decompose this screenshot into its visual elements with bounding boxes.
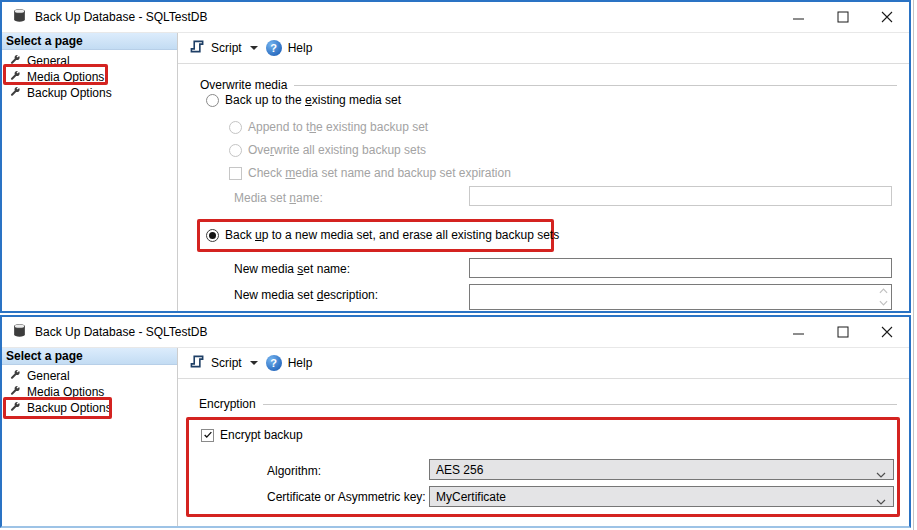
checkbox-label: Encrypt backup [220,428,303,442]
wrench-icon [9,54,21,69]
new-media-set-name-label: New media set name: [234,262,350,276]
database-icon [12,8,27,26]
sidebar-header: Select a page [2,348,177,365]
maximize-button[interactable] [821,2,865,32]
help-label: Help [288,356,313,370]
sidebar-item-media-options[interactable]: Media Options [2,384,177,400]
sidebar-header: Select a page [2,33,177,50]
sidebar-item-label: Media Options [27,70,104,84]
algorithm-dropdown-value: AES 256 [436,463,483,477]
sidebar-item-backup-options[interactable]: Backup Options [2,400,177,416]
radio-label: Back up to a new media set, and erase al… [225,228,559,242]
page-panel: Script ? Help Overwrite media Back up to… [178,33,909,311]
screenshot-edge-line [913,0,914,530]
window-title: Back Up Database - SQLTestDB [35,10,208,24]
checkbox-check-media-set-name: Check media set name and backup set expi… [229,166,511,180]
media-set-name-label: Media set name: [234,191,323,205]
textarea-scrollbar[interactable] [876,286,890,308]
titlebar: Back Up Database - SQLTestDB [2,317,909,348]
checkbox-encrypt-backup[interactable]: Encrypt backup [201,428,303,442]
group-title: Overwrite media [200,78,287,92]
close-button[interactable] [865,317,909,347]
checkbox-icon [229,167,242,180]
wrench-icon [9,369,21,384]
sidebar-item-label: Backup Options [27,401,112,415]
sidebar-item-label: General [27,54,70,68]
toolbar: Script ? Help [178,33,909,64]
toolbar: Script ? Help [178,348,909,379]
select-a-page-sidebar: Select a page General Media Options Back… [2,348,178,526]
certificate-label: Certificate or Asymmetric key: [267,490,426,504]
page-panel: Script ? Help Encryption E [178,348,909,526]
script-dropdown-caret[interactable] [250,361,258,369]
group-divider-line [294,85,897,86]
close-button[interactable] [865,2,909,32]
titlebar: Back Up Database - SQLTestDB [2,2,909,33]
certificate-dropdown-value: MyCertificate [436,490,506,504]
checkbox-icon-checked [201,429,214,442]
radio-overwrite-existing-backup-sets: Overwrite all existing backup sets [229,143,426,157]
encryption-group-header: Encryption [199,397,897,411]
backup-options-page: Encryption Encrypt backup Algorithm: AES… [178,379,909,526]
chevron-down-icon [876,467,886,481]
help-icon: ? [266,355,282,371]
backup-database-dialog-media-options: Back Up Database - SQLTestDB Select a pa… [0,0,911,313]
help-button[interactable]: ? Help [266,355,313,371]
group-divider-line [263,404,897,405]
overwrite-media-group-header: Overwrite media [200,78,897,92]
backup-database-dialog-backup-options: Back Up Database - SQLTestDB Select a pa… [0,315,911,528]
radio-append-existing-backup-set: Append to the existing backup set [229,120,428,134]
chevron-down-icon [876,494,886,508]
minimize-button[interactable] [777,317,821,347]
radio-icon-selected [206,229,219,242]
window-title: Back Up Database - SQLTestDB [35,325,208,339]
radio-backup-existing-media-set[interactable]: Back up to the existing media set [206,93,401,107]
radio-icon [229,144,242,157]
new-media-set-name-input[interactable] [469,258,892,278]
script-label: Script [211,356,242,370]
script-button[interactable]: Script [190,39,242,57]
script-dropdown-caret[interactable] [250,46,258,54]
sidebar-item-label: Media Options [27,385,104,399]
maximize-button[interactable] [821,317,865,347]
radio-label: Append to the existing backup set [248,120,428,134]
group-title: Encryption [199,397,256,411]
new-media-set-description-textarea[interactable] [469,284,892,310]
scroll-down-icon [879,300,888,306]
radio-label: Overwrite all existing backup sets [248,143,426,157]
radio-backup-new-media-set[interactable]: Back up to a new media set, and erase al… [206,228,559,242]
certificate-dropdown[interactable]: MyCertificate [429,486,894,507]
sidebar-item-general[interactable]: General [2,368,177,384]
script-icon [190,39,205,57]
media-set-name-input [469,186,892,206]
help-icon: ? [266,40,282,56]
wrench-icon [9,70,21,85]
wrench-icon [9,401,21,416]
radio-icon [206,94,219,107]
media-options-page: Overwrite media Back up to the existing … [178,64,909,311]
script-button[interactable]: Script [190,354,242,372]
sidebar-item-label: General [27,369,70,383]
sidebar-item-general[interactable]: General [2,53,177,69]
help-label: Help [288,41,313,55]
minimize-button[interactable] [777,2,821,32]
scroll-up-icon [879,288,888,294]
sidebar-item-backup-options[interactable]: Backup Options [2,85,177,101]
checkbox-label: Check media set name and backup set expi… [248,166,511,180]
new-media-set-description-label: New media set description: [234,288,378,302]
database-icon [12,323,27,341]
algorithm-label: Algorithm: [267,464,321,478]
sidebar-item-label: Backup Options [27,86,112,100]
radio-icon [229,121,242,134]
select-a-page-sidebar: Select a page General Media Options Back… [2,33,178,311]
script-label: Script [211,41,242,55]
sidebar-item-media-options[interactable]: Media Options [2,69,177,85]
wrench-icon [9,86,21,101]
algorithm-dropdown[interactable]: AES 256 [429,459,894,480]
script-icon [190,354,205,372]
wrench-icon [9,385,21,400]
help-button[interactable]: ? Help [266,40,313,56]
radio-label: Back up to the existing media set [225,93,401,107]
